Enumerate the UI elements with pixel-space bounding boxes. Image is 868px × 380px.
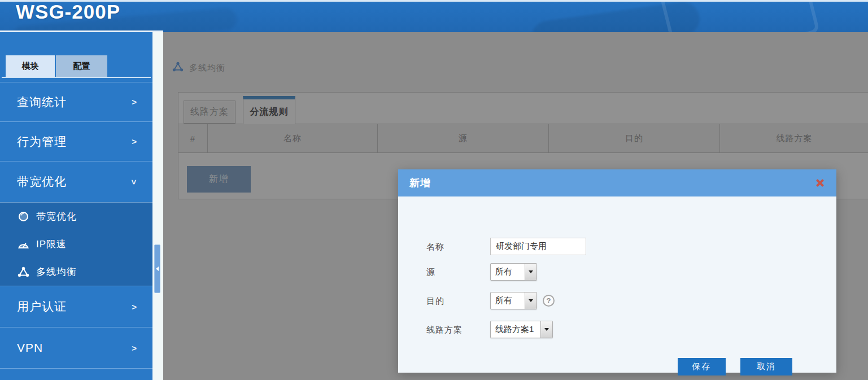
sidebar-item-query-stats[interactable]: 查询统计 > — [0, 82, 152, 121]
triangle-network-icon — [17, 267, 29, 278]
chevron-right-icon: > — [132, 302, 137, 312]
destination-select[interactable]: 所有 — [490, 292, 537, 309]
brand-logo: WSG-200P — [16, 1, 120, 23]
dropdown-arrow-icon — [540, 321, 552, 338]
chevron-down-icon: > — [129, 180, 139, 185]
help-icon[interactable]: ? — [543, 295, 555, 307]
source-select-value: 所有 — [491, 264, 525, 280]
submenu-item-multiline-balance[interactable]: 多线均衡 — [0, 258, 152, 286]
modal-header: 新增 — [398, 169, 836, 196]
modal-body: 名称 源 所有 目的 所有 ? 线路方案 线路方案1 保存 取消 — [398, 196, 836, 373]
sidebar-item-label: VPN — [17, 341, 132, 355]
cancel-button[interactable]: 取消 — [740, 358, 792, 375]
sphere-icon — [17, 211, 29, 222]
dropdown-arrow-icon — [525, 264, 536, 280]
destination-select-value: 所有 — [491, 292, 525, 309]
sidebar: 模块 配置 查询统计 > 行为管理 > 带宽优化 > 带宽优化 IP限速 — [0, 32, 152, 380]
sidebar-gutter — [152, 32, 163, 380]
sidebar-item-vpn[interactable]: VPN > — [0, 327, 152, 368]
submenu-item-ip-limit[interactable]: IP限速 — [0, 230, 152, 258]
top-highlight-strip — [0, 0, 868, 2]
sidebar-item-label: 带宽优化 — [17, 174, 132, 190]
collapse-sidebar-handle[interactable] — [154, 244, 160, 293]
submenu-item-bandwidth-opt[interactable]: 带宽优化 — [0, 203, 152, 230]
chevron-right-icon: > — [132, 343, 137, 353]
sidebar-item-user-auth[interactable]: 用户认证 > — [0, 286, 152, 327]
line-plan-select[interactable]: 线路方案1 — [490, 321, 553, 338]
sidebar-tab-underline — [2, 77, 151, 78]
modal-title: 新增 — [409, 176, 815, 190]
sidebar-submenu-bandwidth: 带宽优化 IP限速 多线均衡 — [0, 202, 152, 286]
banner-separator — [0, 30, 163, 32]
submenu-item-label: IP限速 — [36, 238, 67, 251]
gauge-icon — [17, 239, 29, 250]
chevron-right-icon: > — [132, 137, 137, 146]
sidebar-tab-label: 配置 — [73, 61, 90, 72]
line-plan-select-value: 线路方案1 — [491, 321, 540, 338]
add-rule-modal: 新增 名称 源 所有 目的 所有 ? 线路方案 线路方案1 保存 取消 — [398, 169, 836, 373]
sidebar-item-bandwidth-opt[interactable]: 带宽优化 > — [0, 161, 152, 202]
chevron-right-icon: > — [132, 97, 137, 107]
sidebar-divider — [0, 368, 152, 369]
sidebar-tab-config[interactable]: 配置 — [56, 55, 107, 77]
sidebar-item-label: 查询统计 — [17, 94, 132, 110]
source-select[interactable]: 所有 — [490, 263, 537, 281]
sidebar-tab-modules[interactable]: 模块 — [6, 55, 55, 77]
destination-field-label: 目的 — [426, 292, 486, 309]
chevron-left-icon — [156, 267, 159, 271]
name-field[interactable] — [490, 238, 586, 255]
sidebar-tab-bar: 模块 配置 — [0, 32, 152, 82]
submenu-item-label: 带宽优化 — [36, 210, 77, 223]
submenu-item-label: 多线均衡 — [36, 265, 77, 278]
name-field-label: 名称 — [426, 238, 486, 255]
line-plan-field-label: 线路方案 — [426, 321, 486, 338]
sidebar-item-behavior-mgmt[interactable]: 行为管理 > — [0, 121, 152, 161]
sidebar-item-label: 用户认证 — [17, 299, 132, 315]
close-icon[interactable] — [815, 178, 825, 188]
top-banner: WSG-200P — [0, 0, 868, 32]
save-button[interactable]: 保存 — [678, 358, 726, 375]
keyboard-background-image — [660, 0, 820, 32]
sidebar-tab-label: 模块 — [22, 61, 39, 72]
source-field-label: 源 — [426, 263, 486, 281]
sidebar-item-label: 行为管理 — [17, 134, 132, 150]
dropdown-arrow-icon — [525, 292, 536, 309]
